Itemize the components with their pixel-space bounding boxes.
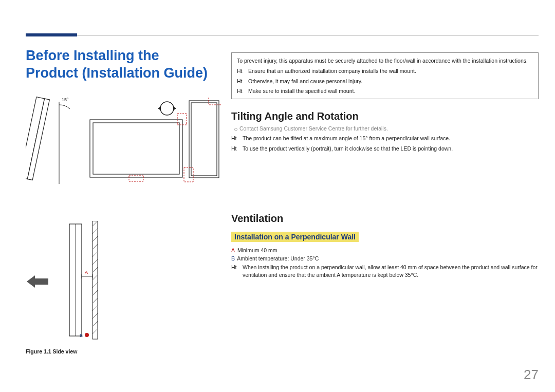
bullet-text: Ensure that an authorized installation c…: [248, 67, 416, 76]
bullet-tag: Ht: [231, 145, 243, 153]
figure-tilting: 15°: [26, 97, 221, 189]
svg-marker-10: [158, 106, 161, 110]
page-number: 27: [524, 367, 539, 383]
svg-marker-16: [27, 275, 35, 288]
heading-tilting: Tilting Angle and Rotation: [231, 110, 539, 122]
spec-a: A Minimum 40 mm: [231, 247, 539, 253]
bullet-tag: Ht: [237, 87, 248, 96]
bullet-tag: Ht: [231, 264, 243, 280]
heading-ventilation: Ventilation: [231, 213, 539, 225]
svg-point-39: [85, 333, 89, 337]
svg-text:15°: 15°: [62, 97, 69, 102]
page-title: Before Installing the Product (Installat…: [26, 47, 211, 82]
subheading-ventilation: Installation on a Perpendicular Wall: [231, 232, 359, 242]
svg-marker-9: [173, 106, 176, 110]
bullet-tag: Ht: [237, 67, 248, 76]
header-accent: [26, 33, 77, 36]
bullet-text: The product can be tilted at a maximum a…: [243, 135, 450, 143]
figure-ventilation: A B Figure 1.1 Side view: [26, 221, 221, 354]
svg-text:B: B: [80, 333, 83, 338]
svg-point-8: [160, 102, 174, 115]
figure-caption: Figure 1.1 Side view: [26, 348, 221, 354]
svg-rect-12: [191, 103, 217, 176]
svg-rect-17: [92, 221, 98, 339]
bullet-tag: Ht: [231, 135, 243, 143]
svg-text:A: A: [85, 270, 88, 275]
bullet-text: When installing the product on a perpend…: [243, 264, 539, 280]
svg-rect-5: [93, 123, 179, 174]
header-rule: [26, 35, 539, 35]
svg-rect-15: [33, 278, 48, 285]
spec-b: B Ambient temperature: Under 35°C: [231, 255, 539, 262]
warning-box: To prevent injury, this apparatus must b…: [231, 52, 539, 99]
bullet-text: To use the product vertically (portrait)…: [243, 145, 453, 153]
warning-intro: To prevent injury, this apparatus must b…: [237, 57, 533, 65]
bullet-tag: Ht: [237, 78, 248, 86]
bullet-text: Make sure to install the specified wall …: [248, 87, 355, 96]
note-tilting: Contact Samsung Customer Service Centre …: [234, 125, 539, 132]
bullet-text: Otherwise, it may fall and cause persona…: [248, 78, 362, 86]
